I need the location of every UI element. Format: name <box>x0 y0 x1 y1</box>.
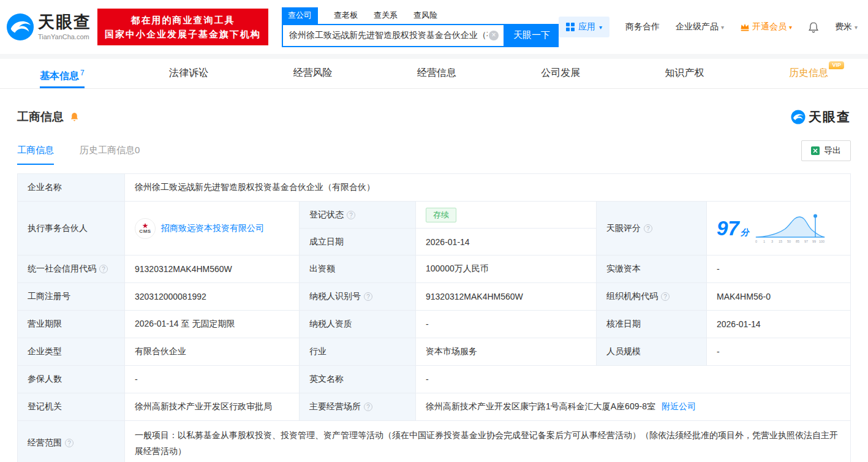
export-button[interactable]: 导出 <box>801 140 851 161</box>
brand-domain: TianYanCha.com <box>38 33 91 40</box>
tianyancha-watermark: 天眼查 <box>791 108 851 126</box>
value-taxpayer-qualification: - <box>416 311 597 338</box>
svg-text:0: 0 <box>755 240 757 243</box>
help-icon[interactable]: ? <box>99 265 108 273</box>
search-tab-risk[interactable]: 查风险 <box>413 10 437 24</box>
grid-icon <box>566 23 575 31</box>
svg-text:85: 85 <box>796 240 799 243</box>
top-header: 天眼查 TianYanCha.com 都在用的商业查询工具 国家中小企业发展子基… <box>0 0 868 54</box>
label-approval-date: 核准日期 <box>597 311 707 338</box>
label-taxpayer-qualification: 纳税人资质 <box>300 311 416 338</box>
banner-line-1: 都在用的商业查询工具 <box>105 13 261 27</box>
nav-business-cooperation[interactable]: 商务合作 <box>625 21 660 32</box>
section-title: 工商信息 <box>17 109 64 125</box>
score-number: 97分 <box>717 217 749 240</box>
value-executive-partner: CMS 招商致远资本投资有限公司 <box>125 202 300 256</box>
search-tabs: 查公司 查老板 查关系 查风险 <box>282 7 559 24</box>
tab-company-development[interactable]: 公司发展 <box>541 59 580 88</box>
subtab-history-business-info[interactable]: 历史工商信息0 <box>80 145 140 165</box>
search-tab-company[interactable]: 查公司 <box>282 7 318 24</box>
caret-down-icon: ▾ <box>855 24 858 31</box>
tab-basic-info[interactable]: 基本信息7 <box>40 59 85 88</box>
value-taxpayer-id: 91320312MAK4HM560W <box>416 283 597 311</box>
label-registration-status: 登记状态 ? <box>300 202 416 229</box>
value-tianyan-score[interactable]: 97分 0 1 3 15 50 85 97 99 100 <box>707 202 851 256</box>
crown-icon <box>740 23 750 31</box>
label-industry: 行业 <box>300 338 416 366</box>
clear-icon[interactable]: × <box>489 31 499 40</box>
value-insured-count: - <box>125 366 300 393</box>
open-vip-label: 开通会员 <box>752 21 787 32</box>
bell-icon <box>808 21 819 33</box>
label-taxpayer-id: 纳税人识别号 ? <box>300 283 416 311</box>
label-executive-partner: 执行事务合伙人 <box>18 202 125 256</box>
user-menu[interactable]: 费米 ▾ <box>835 21 858 32</box>
help-icon[interactable]: ? <box>661 292 670 301</box>
business-info-table: 企业名称 徐州徐工致远战新先进智造股权投资基金合伙企业（有限合伙） 执行事务合伙… <box>17 173 851 462</box>
value-registration-status: 存续 <box>416 202 597 229</box>
label-main-premises: 主要经营场所 ? <box>300 393 416 421</box>
notifications-button[interactable] <box>808 21 819 33</box>
help-icon[interactable]: ? <box>364 292 372 301</box>
tab-operation-risk[interactable]: 经营风险 <box>293 59 332 88</box>
label-english-name: 英文名称 <box>300 366 416 393</box>
tab-intellectual-property[interactable]: 知识产权 <box>665 59 704 88</box>
value-business-term: 2026-01-14 至 无固定期限 <box>125 311 300 338</box>
label-contributed-capital: 出资额 <box>300 256 416 283</box>
value-approval-date: 2026-01-14 <box>707 311 851 338</box>
help-icon[interactable]: ? <box>644 224 652 233</box>
value-english-name: - <box>416 366 851 393</box>
apps-button[interactable]: 应用 ▾ <box>559 17 609 37</box>
tianyancha-logo-icon <box>791 110 806 124</box>
search-input[interactable] <box>288 30 489 41</box>
help-icon[interactable]: ? <box>347 211 355 219</box>
label-staff-size: 人员规模 <box>597 338 707 366</box>
label-org-code: 组织机构代码 ? <box>597 283 707 311</box>
search-tab-relation[interactable]: 查关系 <box>374 10 398 24</box>
value-establish-date: 2026-01-14 <box>416 229 597 256</box>
label-company-type: 企业类型 <box>18 338 125 366</box>
label-company-name: 企业名称 <box>18 174 125 202</box>
svg-text:3: 3 <box>771 240 773 243</box>
export-label: 导出 <box>824 145 841 156</box>
label-credit-code: 统一社会信用代码 ? <box>18 256 125 283</box>
value-industry: 资本市场服务 <box>416 338 597 366</box>
tab-history-info[interactable]: 历史信息 VIP <box>789 59 828 88</box>
top-nav: 应用 ▾ 商务合作 企业级产品 ▾ 开通会员 ▾ 费米 ▾ <box>559 17 858 37</box>
label-registration-number: 工商注册号 <box>18 283 125 311</box>
value-org-code: MAK4HM56-0 <box>707 283 851 311</box>
value-contributed-capital: 100000万人民币 <box>416 256 597 283</box>
search-row: × 天眼一下 <box>282 24 559 47</box>
subscribe-bell-button[interactable] <box>70 112 79 122</box>
subtabs-row: 工商信息 历史工商信息0 导出 <box>17 140 851 165</box>
svg-text:99: 99 <box>812 240 816 243</box>
status-badge: 存续 <box>426 208 456 222</box>
header-divider <box>0 54 868 59</box>
company-tabbar: 基本信息7 法律诉讼 经营风险 经营信息 公司发展 知识产权 历史信息 VIP <box>0 59 868 89</box>
bell-icon <box>70 112 79 122</box>
nav-enterprise-products[interactable]: 企业级产品 ▾ <box>676 21 724 32</box>
tab-operation-info[interactable]: 经营信息 <box>417 59 456 88</box>
value-company-name: 徐州徐工致远战新先进智造股权投资基金合伙企业（有限合伙） <box>125 174 851 202</box>
tab-legal-litigation[interactable]: 法律诉讼 <box>169 59 208 88</box>
svg-text:100: 100 <box>819 240 825 243</box>
nearby-companies-link[interactable]: 附近公司 <box>662 401 696 412</box>
cms-mark-icon <box>142 223 148 229</box>
help-icon[interactable]: ? <box>65 439 74 447</box>
label-tianyan-score: 天眼评分 ? <box>597 202 707 256</box>
svg-text:97: 97 <box>804 240 808 243</box>
search-tab-boss[interactable]: 查老板 <box>334 10 358 24</box>
nav-open-vip[interactable]: 开通会员 ▾ <box>740 21 792 32</box>
partner-company-logo[interactable]: CMS <box>135 218 156 239</box>
partner-company-link[interactable]: 招商致远资本投资有限公司 <box>161 223 264 234</box>
caret-down-icon: ▾ <box>721 24 724 31</box>
username: 费米 <box>835 21 852 32</box>
label-business-term: 营业期限 <box>18 311 125 338</box>
tianyancha-logo[interactable]: 天眼查 TianYanCha.com <box>6 13 91 41</box>
help-icon[interactable]: ? <box>364 403 372 411</box>
svg-text:50: 50 <box>787 240 791 243</box>
search-button[interactable]: 天眼一下 <box>505 24 559 47</box>
value-registration-number: 320312000081992 <box>125 283 300 311</box>
label-establish-date: 成立日期 <box>300 229 416 256</box>
subtab-business-info[interactable]: 工商信息 <box>17 145 54 165</box>
